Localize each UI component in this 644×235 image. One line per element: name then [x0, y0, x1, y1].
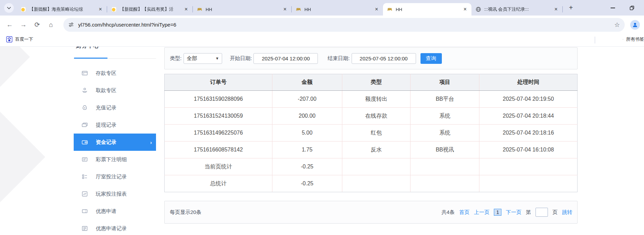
sidebar-item-label: 厅室投注记录 [96, 174, 127, 180]
address-bar[interactable]: yl756.com/hhcp/usercenter.html?iniType=6… [63, 18, 625, 32]
cell-type: 反水 [342, 141, 411, 158]
chart-icon [82, 191, 89, 197]
bookmark-baidu[interactable]: 百度一下 [6, 36, 33, 42]
sidebar-item-funds-records[interactable]: 资金记录 › [74, 134, 156, 151]
svg-text:¥: ¥ [84, 107, 85, 109]
window-minimize-button[interactable] [609, 4, 616, 12]
cell-amount: -0.25 [272, 175, 342, 192]
cell-time: 2025-07-04 20:18:44 [479, 108, 578, 125]
cash-cards-icon [82, 122, 89, 128]
new-tab-button[interactable]: + [569, 4, 573, 12]
cell-amount: -207.00 [272, 91, 342, 108]
site-settings-icon[interactable] [68, 22, 74, 28]
list-squares-icon [82, 174, 89, 180]
jump-button[interactable]: 跳转 [562, 209, 572, 216]
sidebar-item-label: 存款专区 [96, 70, 116, 77]
tab-separator [562, 6, 563, 12]
sidebar-item-lottery-bet-details[interactable]: 彩票下注明细 [74, 151, 156, 168]
sidebar-header-active-underline [74, 58, 107, 59]
all-bookmarks-button[interactable]: 所有书签 [623, 36, 644, 42]
tab-close-icon[interactable]: × [98, 7, 103, 12]
browser-tab-3[interactable]: HH × [193, 3, 291, 16]
cell-project: 系统 [411, 108, 479, 125]
browser-tab-1[interactable]: 【新提醒】海燕策略论坛综 × [17, 3, 107, 16]
money-bag-icon: ¥ [82, 105, 89, 111]
sidebar-item-withdrawal-records[interactable]: 提现记录 [74, 116, 156, 134]
forum-favicon [21, 7, 26, 12]
browser-tab-2[interactable]: 【新提醒】【实战有奖】活 × [107, 3, 193, 16]
first-page-link[interactable]: 首页 [459, 209, 469, 216]
sidebar-item-promo-apply-records[interactable]: 优惠申请记录 [74, 220, 156, 235]
tab-close-icon[interactable]: × [283, 7, 287, 12]
browser-tab-6[interactable]: :::视讯 会员下注纪录::: × [471, 3, 562, 16]
all-bookmarks-label: 所有书签 [626, 36, 644, 42]
window-restore-button[interactable] [628, 4, 636, 12]
bookmark-star-icon[interactable]: ☆ [614, 21, 620, 29]
next-page-link[interactable]: 下一页 [506, 209, 521, 216]
end-date-input[interactable] [352, 53, 416, 64]
cell-project: 系统 [411, 125, 479, 141]
tab-title: HH [396, 7, 460, 12]
tab-close-icon[interactable]: × [374, 7, 379, 12]
cell-order-no: 1751631524130059 [165, 108, 272, 125]
cell-amount: 1.75 [272, 141, 342, 158]
start-date-input[interactable] [253, 53, 318, 64]
cell-type: 额度转出 [342, 91, 411, 108]
coupon-list-icon [82, 225, 89, 232]
tab-close-icon[interactable]: × [463, 7, 467, 12]
sidebar-item-label: 玩家投注报表 [96, 191, 127, 197]
tab-title: 【新提醒】海燕策略论坛综 [29, 6, 95, 12]
type-select[interactable]: 全部 ▼ [184, 53, 222, 64]
jump-page-input[interactable] [536, 208, 548, 217]
prev-page-link[interactable]: 上一页 [474, 209, 489, 216]
sidebar-item-player-bet-report[interactable]: 玩家投注报表 [74, 185, 156, 203]
cell-summary-label: 总统计 [165, 175, 272, 192]
browser-tab-5-active[interactable]: HH × [383, 3, 471, 16]
browser-tab-4[interactable]: HH × [292, 3, 383, 16]
tab-close-icon[interactable]: × [554, 7, 558, 12]
table-row: 1751616608578142 1.75 反水 BB视讯 2025-07-04… [165, 141, 578, 158]
deposit-card-icon [82, 70, 89, 76]
cell-project: BB平台 [411, 91, 479, 108]
sidebar-item-hall-bet-records[interactable]: 厅室投注记录 [74, 168, 156, 185]
sidebar-item-label: 提现记录 [96, 122, 116, 128]
folder-icon [623, 37, 623, 42]
profile-avatar[interactable] [630, 20, 640, 30]
home-button[interactable]: ⌂ [44, 18, 58, 32]
chevron-down-icon [7, 7, 11, 9]
person-icon [632, 22, 638, 28]
sidebar-item-deposit-zone[interactable]: 存款专区 [74, 65, 156, 82]
sidebar-item-recharge-records[interactable]: ¥ 充值记录 [74, 99, 156, 116]
back-button[interactable]: ← [3, 18, 17, 32]
url-text[interactable]: yl756.com/hhcp/usercenter.html?iniType=6 [78, 22, 614, 28]
tab-close-icon[interactable]: × [184, 7, 188, 12]
start-date-label: 开始日期: [230, 55, 252, 62]
chevron-down-icon: ▼ [215, 56, 219, 60]
reload-button[interactable]: ⟳ [30, 18, 44, 32]
sidebar-item-promo-apply[interactable]: 优惠申请 [74, 203, 156, 220]
watermark-shape [0, 111, 45, 204]
cell-time: 2025-07-04 20:19:50 [479, 91, 578, 108]
globe-favicon [476, 7, 481, 12]
current-page-indicator[interactable]: 1 [494, 209, 501, 216]
column-header: 订单号 [165, 74, 272, 91]
sidebar-header: 财务中心 [76, 47, 99, 50]
filter-bar: 类型: 全部 ▼ 开始日期: 结束日期: 查询 [164, 47, 578, 69]
end-date-label: 结束日期: [328, 55, 350, 62]
table-summary-row-total: 总统计 -0.25 [165, 175, 578, 192]
sidebar-item-withdraw-zone[interactable]: 取款专区 [74, 82, 156, 99]
tab-search-button[interactable] [4, 3, 14, 13]
baidu-paw-icon [6, 36, 12, 42]
table-row: 1751631524130059 200.00 在线存款 系统 2025-07-… [165, 108, 578, 125]
search-button[interactable]: 查询 [420, 53, 442, 64]
sidebar-item-label: 资金记录 [96, 139, 116, 146]
watermark-shape [0, 47, 30, 89]
coupon-icon [82, 208, 89, 214]
cell-time: 2025-07-04 16:10:08 [479, 141, 578, 158]
tab-title: :::视讯 会员下注纪录::: [484, 6, 551, 12]
forward-button[interactable]: → [17, 18, 30, 32]
ticket-list-icon [82, 156, 89, 163]
cell-project: BB视讯 [411, 141, 479, 158]
column-header: 类型 [342, 74, 411, 91]
sidebar-item-label: 充值记录 [96, 105, 116, 111]
